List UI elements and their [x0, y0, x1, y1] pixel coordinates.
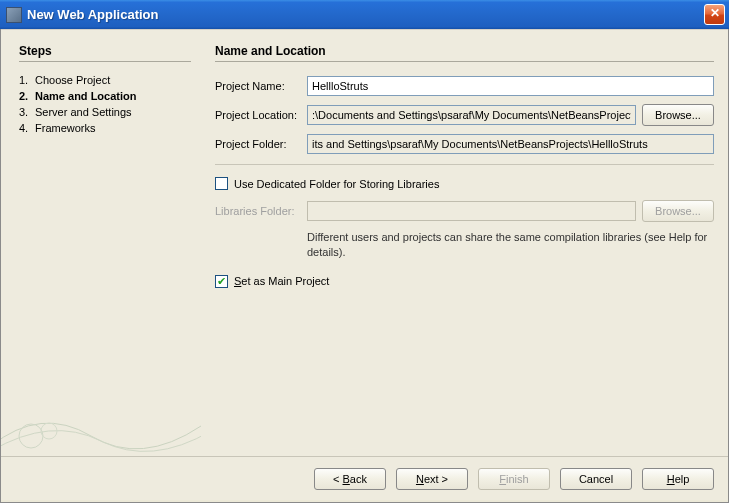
close-icon[interactable]: ✕ [704, 4, 725, 25]
button-bar: < Back Next > Finish Cancel Help [1, 456, 728, 500]
project-name-input[interactable] [307, 76, 714, 96]
set-main-row: ✔ Set as Main Project [215, 275, 714, 288]
window-title: New Web Application [27, 7, 704, 22]
step-item-current: 2.Name and Location [19, 88, 191, 104]
finish-button: Finish [478, 468, 550, 490]
project-location-label: Project Location: [215, 109, 307, 121]
next-button[interactable]: Next > [396, 468, 468, 490]
steps-panel: Steps 1.Choose Project 2.Name and Locati… [1, 30, 201, 456]
step-item: 4.Frameworks [19, 120, 191, 136]
project-name-label: Project Name: [215, 80, 307, 92]
project-folder-input[interactable] [307, 134, 714, 154]
panel-heading: Name and Location [215, 44, 714, 62]
step-item: 1.Choose Project [19, 72, 191, 88]
steps-heading: Steps [19, 44, 191, 62]
divider [215, 164, 714, 165]
set-main-checkbox[interactable]: ✔ [215, 275, 228, 288]
form-panel: Name and Location Project Name: Project … [201, 30, 728, 456]
set-main-label: Set as Main Project [234, 275, 329, 287]
libraries-folder-label: Libraries Folder: [215, 205, 307, 217]
decorative-swirl [1, 396, 201, 456]
browse-location-button[interactable]: Browse... [642, 104, 714, 126]
browse-libraries-button: Browse... [642, 200, 714, 222]
back-button[interactable]: < Back [314, 468, 386, 490]
dedicated-folder-row: Use Dedicated Folder for Storing Librari… [215, 177, 714, 190]
libraries-hint: Different users and projects can share t… [307, 230, 714, 261]
content-area: Steps 1.Choose Project 2.Name and Locati… [1, 29, 728, 456]
project-location-input[interactable] [307, 105, 636, 125]
libraries-folder-input [307, 201, 636, 221]
help-button[interactable]: Help [642, 468, 714, 490]
steps-list: 1.Choose Project 2.Name and Location 3.S… [19, 72, 191, 136]
step-item: 3.Server and Settings [19, 104, 191, 120]
project-folder-label: Project Folder: [215, 138, 307, 150]
dedicated-folder-label: Use Dedicated Folder for Storing Librari… [234, 178, 439, 190]
titlebar: New Web Application ✕ [0, 0, 729, 29]
dedicated-folder-checkbox[interactable] [215, 177, 228, 190]
cancel-button[interactable]: Cancel [560, 468, 632, 490]
app-icon [6, 7, 22, 23]
